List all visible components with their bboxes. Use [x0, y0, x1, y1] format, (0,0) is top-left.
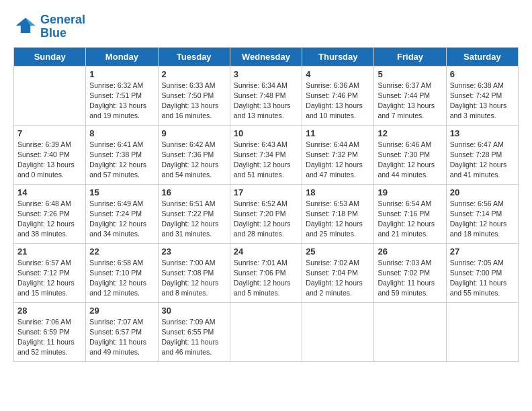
- day-number: 17: [234, 187, 298, 197]
- calendar-day-cell: 27Sunrise: 7:05 AMSunset: 7:00 PMDayligh…: [446, 243, 518, 302]
- day-info: Sunrise: 6:37 AMSunset: 7:44 PMDaylight:…: [378, 81, 442, 122]
- day-number: 25: [306, 246, 370, 257]
- day-info: Sunrise: 6:42 AMSunset: 7:36 PMDaylight:…: [162, 140, 226, 181]
- day-number: 12: [378, 128, 442, 138]
- calendar-day-cell: 18Sunrise: 6:53 AMSunset: 7:18 PMDayligh…: [302, 184, 374, 243]
- day-number: 8: [89, 128, 154, 138]
- calendar-day-cell: 7Sunrise: 6:39 AMSunset: 7:40 PMDaylight…: [14, 125, 86, 184]
- calendar-day-cell: 8Sunrise: 6:41 AMSunset: 7:38 PMDaylight…: [86, 125, 158, 184]
- day-info: Sunrise: 6:58 AMSunset: 7:10 PMDaylight:…: [89, 258, 154, 299]
- day-number: 21: [17, 246, 82, 257]
- calendar-day-cell: 23Sunrise: 7:00 AMSunset: 7:08 PMDayligh…: [158, 243, 230, 302]
- calendar-header: SundayMondayTuesdayWednesdayThursdayFrid…: [14, 47, 519, 66]
- calendar-day-cell: 20Sunrise: 6:56 AMSunset: 7:14 PMDayligh…: [446, 184, 518, 243]
- day-info: Sunrise: 6:34 AMSunset: 7:48 PMDaylight:…: [234, 81, 298, 122]
- calendar-week-row: 28Sunrise: 7:06 AMSunset: 6:59 PMDayligh…: [14, 302, 519, 361]
- calendar-day-cell: [446, 302, 518, 361]
- calendar-body: 1Sunrise: 6:32 AMSunset: 7:51 PMDaylight…: [14, 66, 519, 361]
- logo-icon: [13, 15, 38, 39]
- day-info: Sunrise: 6:36 AMSunset: 7:46 PMDaylight:…: [306, 81, 370, 122]
- day-number: 18: [306, 187, 370, 197]
- calendar-week-row: 21Sunrise: 6:57 AMSunset: 7:12 PMDayligh…: [14, 243, 519, 302]
- calendar-day-cell: 10Sunrise: 6:43 AMSunset: 7:34 PMDayligh…: [230, 125, 302, 184]
- calendar-day-cell: [14, 66, 86, 125]
- day-number: 13: [450, 128, 515, 138]
- logo-text: General Blue: [40, 13, 85, 40]
- day-number: 10: [234, 128, 298, 138]
- calendar-day-cell: 6Sunrise: 6:38 AMSunset: 7:42 PMDaylight…: [446, 66, 518, 125]
- calendar-day-cell: 1Sunrise: 6:32 AMSunset: 7:51 PMDaylight…: [86, 66, 158, 125]
- day-info: Sunrise: 7:02 AMSunset: 7:04 PMDaylight:…: [306, 258, 370, 299]
- weekday-header: Wednesday: [230, 47, 302, 66]
- calendar-day-cell: 29Sunrise: 7:07 AMSunset: 6:57 PMDayligh…: [86, 302, 158, 361]
- weekday-header: Tuesday: [158, 47, 230, 66]
- day-info: Sunrise: 7:01 AMSunset: 7:06 PMDaylight:…: [234, 258, 298, 299]
- calendar-day-cell: [374, 302, 446, 361]
- day-info: Sunrise: 6:43 AMSunset: 7:34 PMDaylight:…: [234, 140, 298, 181]
- day-number: 9: [162, 128, 226, 138]
- day-number: 11: [306, 128, 370, 138]
- logo: General Blue: [13, 13, 85, 40]
- day-number: 30: [162, 306, 226, 316]
- day-info: Sunrise: 6:38 AMSunset: 7:42 PMDaylight:…: [450, 81, 515, 122]
- weekday-header: Friday: [374, 47, 446, 66]
- day-number: 3: [234, 69, 298, 79]
- calendar-week-row: 14Sunrise: 6:48 AMSunset: 7:26 PMDayligh…: [14, 184, 519, 243]
- day-number: 26: [378, 246, 442, 257]
- calendar-day-cell: 22Sunrise: 6:58 AMSunset: 7:10 PMDayligh…: [86, 243, 158, 302]
- day-info: Sunrise: 6:44 AMSunset: 7:32 PMDaylight:…: [306, 140, 370, 181]
- calendar-table: SundayMondayTuesdayWednesdayThursdayFrid…: [13, 47, 519, 362]
- day-number: 15: [89, 187, 154, 197]
- calendar-day-cell: 25Sunrise: 7:02 AMSunset: 7:04 PMDayligh…: [302, 243, 374, 302]
- day-number: 2: [162, 69, 226, 79]
- day-info: Sunrise: 6:47 AMSunset: 7:28 PMDaylight:…: [450, 140, 515, 181]
- day-info: Sunrise: 7:06 AMSunset: 6:59 PMDaylight:…: [17, 317, 82, 358]
- calendar-day-cell: 26Sunrise: 7:03 AMSunset: 7:02 PMDayligh…: [374, 243, 446, 302]
- calendar-day-cell: 14Sunrise: 6:48 AMSunset: 7:26 PMDayligh…: [14, 184, 86, 243]
- day-info: Sunrise: 6:53 AMSunset: 7:18 PMDaylight:…: [306, 199, 370, 240]
- calendar-day-cell: 16Sunrise: 6:51 AMSunset: 7:22 PMDayligh…: [158, 184, 230, 243]
- day-info: Sunrise: 7:09 AMSunset: 6:55 PMDaylight:…: [162, 317, 226, 358]
- day-number: 20: [450, 187, 515, 197]
- day-info: Sunrise: 6:49 AMSunset: 7:24 PMDaylight:…: [89, 199, 154, 240]
- weekday-header: Monday: [86, 47, 158, 66]
- calendar-day-cell: 2Sunrise: 6:33 AMSunset: 7:50 PMDaylight…: [158, 66, 230, 125]
- calendar-day-cell: 19Sunrise: 6:54 AMSunset: 7:16 PMDayligh…: [374, 184, 446, 243]
- calendar-day-cell: 13Sunrise: 6:47 AMSunset: 7:28 PMDayligh…: [446, 125, 518, 184]
- calendar-day-cell: 24Sunrise: 7:01 AMSunset: 7:06 PMDayligh…: [230, 243, 302, 302]
- calendar-day-cell: 21Sunrise: 6:57 AMSunset: 7:12 PMDayligh…: [14, 243, 86, 302]
- calendar-day-cell: 4Sunrise: 6:36 AMSunset: 7:46 PMDaylight…: [302, 66, 374, 125]
- day-info: Sunrise: 6:57 AMSunset: 7:12 PMDaylight:…: [17, 258, 82, 299]
- weekday-header: Sunday: [14, 47, 86, 66]
- day-number: 5: [378, 69, 442, 79]
- day-info: Sunrise: 6:54 AMSunset: 7:16 PMDaylight:…: [378, 199, 442, 240]
- calendar-day-cell: 3Sunrise: 6:34 AMSunset: 7:48 PMDaylight…: [230, 66, 302, 125]
- calendar-day-cell: 30Sunrise: 7:09 AMSunset: 6:55 PMDayligh…: [158, 302, 230, 361]
- day-number: 16: [162, 187, 226, 197]
- day-number: 7: [17, 128, 82, 138]
- day-number: 22: [89, 246, 154, 257]
- day-number: 1: [89, 69, 154, 79]
- day-number: 19: [378, 187, 442, 197]
- day-info: Sunrise: 7:05 AMSunset: 7:00 PMDaylight:…: [450, 258, 515, 299]
- calendar-day-cell: 9Sunrise: 6:42 AMSunset: 7:36 PMDaylight…: [158, 125, 230, 184]
- calendar-day-cell: 28Sunrise: 7:06 AMSunset: 6:59 PMDayligh…: [14, 302, 86, 361]
- calendar-day-cell: [302, 302, 374, 361]
- day-info: Sunrise: 6:46 AMSunset: 7:30 PMDaylight:…: [378, 140, 442, 181]
- day-info: Sunrise: 6:56 AMSunset: 7:14 PMDaylight:…: [450, 199, 515, 240]
- calendar-week-row: 1Sunrise: 6:32 AMSunset: 7:51 PMDaylight…: [14, 66, 519, 125]
- day-info: Sunrise: 6:48 AMSunset: 7:26 PMDaylight:…: [17, 199, 82, 240]
- day-number: 14: [17, 187, 82, 197]
- day-number: 24: [234, 246, 298, 257]
- calendar-day-cell: 15Sunrise: 6:49 AMSunset: 7:24 PMDayligh…: [86, 184, 158, 243]
- day-info: Sunrise: 6:51 AMSunset: 7:22 PMDaylight:…: [162, 199, 226, 240]
- day-info: Sunrise: 6:52 AMSunset: 7:20 PMDaylight:…: [234, 199, 298, 240]
- day-number: 6: [450, 69, 515, 79]
- day-info: Sunrise: 6:33 AMSunset: 7:50 PMDaylight:…: [162, 81, 226, 122]
- day-number: 28: [17, 306, 82, 316]
- day-number: 23: [162, 246, 226, 257]
- day-info: Sunrise: 7:07 AMSunset: 6:57 PMDaylight:…: [89, 317, 154, 358]
- day-number: 29: [89, 306, 154, 316]
- day-info: Sunrise: 6:39 AMSunset: 7:40 PMDaylight:…: [17, 140, 82, 181]
- calendar-day-cell: 12Sunrise: 6:46 AMSunset: 7:30 PMDayligh…: [374, 125, 446, 184]
